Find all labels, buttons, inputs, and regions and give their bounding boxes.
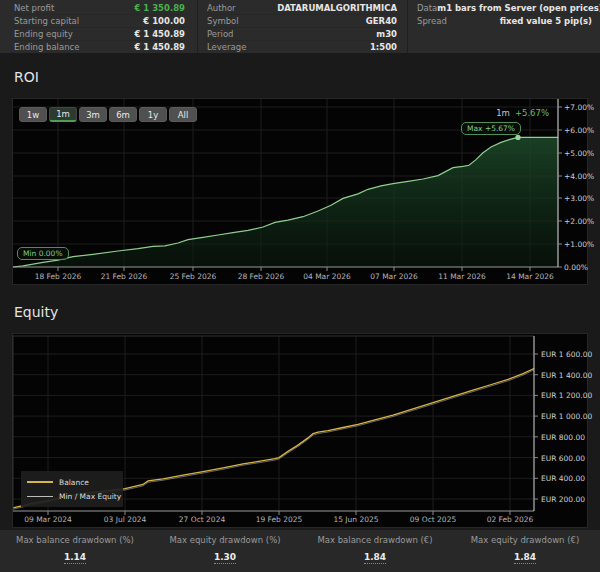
roi-xtick: 28 Feb 2026 — [233, 272, 289, 281]
stat-label: Max balance drawdown (%) — [0, 535, 150, 545]
roi-current-period: 1m — [496, 108, 510, 118]
range-button-1y[interactable]: 1y — [139, 107, 167, 122]
roi-section-title: ROI — [14, 69, 39, 85]
stat-max-equity-drawdown-eur: Max equity drawdown (€) 1.84 — [450, 530, 600, 572]
stat-label: Author — [207, 2, 236, 14]
roi-ytick: +6.00% — [564, 126, 594, 135]
roi-xtick: 14 Mar 2026 — [502, 272, 558, 281]
net-profit-value: € 1 350.89 — [134, 2, 185, 14]
stat-max-balance-drawdown-pct: Max balance drawdown (%) 1.14 — [0, 530, 150, 572]
summary-col-data: Data m1 bars from Server (open prices) S… — [407, 0, 600, 53]
equity-xtick: 09 Mar 2024 — [20, 515, 76, 524]
summary-col-settings: Author DATARUMALGORITHMICA Symbol GER40 … — [197, 0, 407, 53]
range-button-1m[interactable]: 1m — [49, 107, 77, 122]
equity-xtick: 03 Jul 2024 — [97, 515, 153, 524]
roi-xtick: 11 Mar 2026 — [434, 272, 490, 281]
roi-xtick: 18 Feb 2026 — [30, 272, 86, 281]
range-button-all[interactable]: All — [169, 107, 197, 122]
stat-value: 1.30 — [214, 552, 236, 564]
roi-ytick: +4.00% — [564, 172, 594, 181]
stat-label: Starting capital — [14, 15, 79, 27]
stat-row: Symbol GER40 — [207, 15, 397, 28]
range-button-3m[interactable]: 3m — [79, 107, 107, 122]
stat-label: Spread — [417, 15, 447, 28]
equity-ytick: EUR 800.00 — [541, 433, 585, 442]
range-button-1w[interactable]: 1w — [19, 107, 47, 122]
equity-xtick: 09 Oct 2025 — [405, 515, 461, 524]
roi-chart[interactable]: 1w 1m 3m 6m 1y All 1m+5.67% Max +5.67% M… — [12, 98, 588, 285]
stat-label: Data — [417, 2, 437, 14]
stat-value: 1.84 — [364, 552, 386, 564]
ending-equity-value: € 1 450.89 — [134, 28, 185, 40]
equity-ytick: EUR 1 200.00 — [541, 391, 592, 400]
legend-item-balance[interactable]: Balance — [27, 475, 117, 489]
stat-row: Spread fixed value 5 pip(s) — [417, 15, 592, 28]
roi-range-selector: 1w 1m 3m 6m 1y All — [19, 107, 197, 122]
roi-current-value: +5.67% — [515, 108, 549, 118]
stat-max-equity-drawdown-pct: Max equity drawdown (%) 1.30 — [150, 530, 300, 572]
roi-max-label: Max +5.67% — [461, 122, 521, 135]
equity-ytick: EUR 600.00 — [541, 454, 585, 463]
stat-max-balance-drawdown-eur: Max balance drawdown (€) 1.84 — [300, 530, 450, 572]
stat-row: Starting capital € 100.00 — [14, 15, 185, 28]
roi-xtick: 21 Feb 2026 — [96, 272, 152, 281]
equity-section-title: Equity — [14, 304, 58, 320]
equity-ytick: EUR 1 600.00 — [541, 350, 592, 359]
stat-label: Max equity drawdown (€) — [450, 535, 600, 545]
legend-label: Balance — [59, 478, 89, 487]
equity-ytick: EUR 200.00 — [541, 495, 585, 504]
equity-xtick: 02 Feb 2026 — [482, 515, 538, 524]
roi-ytick: +2.00% — [564, 217, 594, 226]
roi-max-point[interactable] — [515, 135, 520, 140]
equity-legend: Balance Min / Max Equity — [21, 471, 123, 507]
stat-row: Leverage 1:500 — [207, 41, 397, 54]
stat-label: Net profit — [14, 2, 54, 14]
spread-value: fixed value 5 pip(s) — [500, 15, 592, 28]
ending-balance-value: € 1 450.89 — [134, 41, 185, 54]
equity-xtick: 27 Oct 2024 — [174, 515, 230, 524]
drawdown-stats-panel: Max balance drawdown (%) 1.14 Max equity… — [0, 530, 600, 572]
equity-xtick: 15 Jun 2025 — [328, 515, 384, 524]
roi-area-fill — [13, 137, 558, 267]
roi-min-label: Min 0.00% — [17, 247, 69, 260]
leverage-value: 1:500 — [370, 41, 397, 54]
balance-line-swatch — [27, 481, 53, 483]
data-source-value: m1 bars from Server (open prices) — [437, 2, 600, 14]
stat-label: Ending balance — [14, 41, 79, 54]
stat-row: Ending balance € 1 450.89 — [14, 41, 185, 54]
equity-ytick: EUR 400.00 — [541, 474, 585, 483]
stat-row: Ending equity € 1 450.89 — [14, 28, 185, 41]
roi-current-return: 1m+5.67% — [496, 108, 549, 118]
roi-xtick: 07 Mar 2026 — [366, 272, 422, 281]
symbol-value: GER40 — [366, 15, 397, 27]
stat-value: 1.14 — [64, 552, 86, 564]
legend-label: Min / Max Equity — [59, 492, 121, 501]
starting-capital-value: € 100.00 — [143, 15, 185, 27]
stat-label: Leverage — [207, 41, 246, 54]
summary-col-results: Net profit € 1 350.89 Starting capital €… — [0, 0, 197, 53]
range-button-6m[interactable]: 6m — [109, 107, 137, 122]
stat-row: Author DATARUMALGORITHMICA — [207, 2, 397, 15]
equity-xtick: 19 Feb 2025 — [251, 515, 307, 524]
stat-value: 1.84 — [514, 552, 536, 564]
summary-stats-panel: Net profit € 1 350.89 Starting capital €… — [0, 0, 600, 53]
roi-ytick: +1.00% — [564, 240, 594, 249]
equity-ytick: EUR 1 400.00 — [541, 371, 592, 380]
roi-ytick: +3.00% — [564, 194, 594, 203]
roi-xtick: 04 Mar 2026 — [299, 272, 355, 281]
stat-label: Period — [207, 28, 234, 40]
equity-chart[interactable]: Balance Min / Max Equity EUR 1 600.00 EU… — [12, 333, 588, 528]
period-value: m30 — [376, 28, 397, 40]
legend-item-minmax-equity[interactable]: Min / Max Equity — [27, 489, 117, 503]
stat-label: Max balance drawdown (€) — [300, 535, 450, 545]
stat-row: Data m1 bars from Server (open prices) — [417, 2, 592, 15]
minmax-line-swatch — [27, 496, 53, 497]
roi-ytick: +7.00% — [564, 103, 594, 112]
stat-row: Period m30 — [207, 28, 397, 41]
author-value: DATARUMALGORITHMICA — [277, 2, 397, 14]
stat-label: Symbol — [207, 15, 239, 27]
stat-label: Max equity drawdown (%) — [150, 535, 300, 545]
stat-row: Net profit € 1 350.89 — [14, 2, 185, 15]
roi-ytick: +5.00% — [564, 149, 594, 158]
roi-ytick: 0.00% — [564, 263, 588, 272]
